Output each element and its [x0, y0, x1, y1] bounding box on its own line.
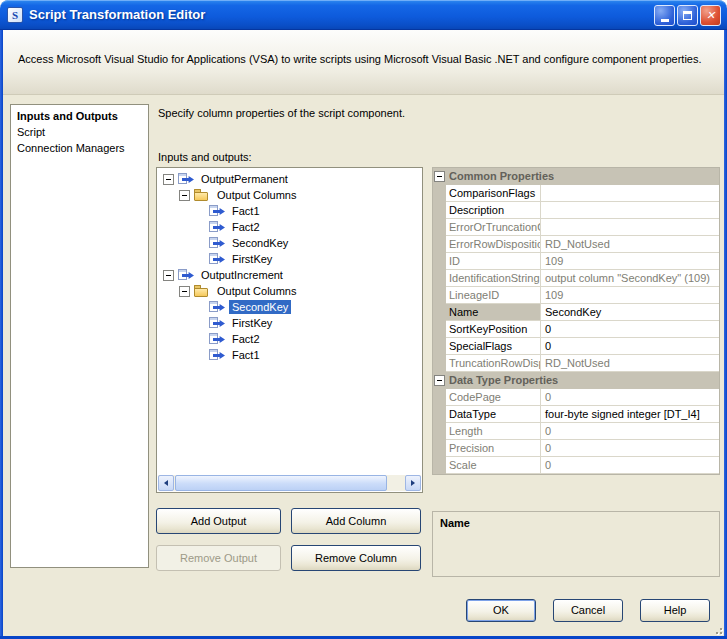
row-gutter: [433, 270, 446, 287]
collapse-icon[interactable]: [163, 270, 174, 281]
horizontal-scrollbar[interactable]: [158, 475, 421, 491]
property-row-description[interactable]: Description: [433, 202, 719, 219]
tree-item-output-columns[interactable]: Output Columns: [157, 283, 422, 299]
property-name: ComparisonFlags: [446, 185, 541, 202]
property-value[interactable]: 0: [541, 321, 719, 338]
tree-item-outputincrement[interactable]: OutputIncrement: [157, 267, 422, 283]
tree-item-fact1[interactable]: Fact1: [157, 203, 422, 219]
property-row-comparisonflags[interactable]: ComparisonFlags: [433, 185, 719, 202]
property-value[interactable]: output column "SecondKey" (109): [541, 270, 719, 287]
help-pane-title: Name: [440, 517, 712, 529]
tree-item-output-columns[interactable]: Output Columns: [157, 187, 422, 203]
minimize-icon: [661, 19, 669, 22]
cancel-button[interactable]: Cancel: [553, 599, 623, 622]
tree-item-firstkey[interactable]: FirstKey: [157, 251, 422, 267]
output-icon: [178, 172, 194, 186]
property-row-name-selected[interactable]: Name SecondKey: [433, 304, 719, 321]
row-gutter: [433, 287, 446, 304]
row-gutter: [433, 440, 446, 457]
tree-item-label: OutputPermanent: [198, 172, 291, 186]
tree-item-secondkey[interactable]: SecondKey: [157, 235, 422, 251]
property-value[interactable]: four-byte signed integer [DT_I4]: [541, 406, 719, 423]
property-row-identificationstring[interactable]: IdentificationString output column "Seco…: [433, 270, 719, 287]
remove-column-button[interactable]: Remove Column: [291, 545, 421, 571]
tree-item-label: Output Columns: [214, 188, 299, 202]
property-value[interactable]: 0: [541, 457, 719, 474]
inputs-outputs-tree[interactable]: OutputPermanent Output Columns Fact1 Fac…: [156, 167, 423, 493]
row-gutter: [433, 389, 446, 406]
property-value[interactable]: [541, 219, 719, 236]
tree-item-fact1[interactable]: Fact1: [157, 347, 422, 363]
row-gutter: [433, 236, 446, 253]
property-row-lineageid[interactable]: LineageID 109: [433, 287, 719, 304]
property-value[interactable]: RD_NotUsed: [541, 236, 719, 253]
tree-item-fact2[interactable]: Fact2: [157, 219, 422, 235]
property-help-pane: Name: [432, 511, 720, 577]
property-name: SortKeyPosition: [446, 321, 541, 338]
column-icon: [209, 236, 225, 250]
scroll-left-button[interactable]: [158, 475, 174, 491]
row-gutter: [433, 219, 446, 236]
row-gutter: [433, 202, 446, 219]
property-name: Description: [446, 202, 541, 219]
property-grid: Common Properties ComparisonFlags Descri…: [432, 167, 720, 475]
sidebar-item-script[interactable]: Script: [11, 124, 148, 140]
ok-button[interactable]: OK: [466, 599, 536, 622]
scroll-left-icon: [164, 480, 168, 486]
property-row-sortkeyposition[interactable]: SortKeyPosition 0: [433, 321, 719, 338]
property-row-errorortruncationoperation[interactable]: ErrorOrTruncationO: [433, 219, 719, 236]
row-gutter: [433, 185, 446, 202]
maximize-button[interactable]: [677, 5, 698, 26]
remove-output-button[interactable]: Remove Output: [156, 545, 281, 571]
help-button[interactable]: Help: [640, 599, 710, 622]
property-row-precision[interactable]: Precision 0: [433, 440, 719, 457]
collapse-icon[interactable]: [179, 286, 190, 297]
tree-item-firstkey[interactable]: FirstKey: [157, 315, 422, 331]
column-icon: [209, 332, 225, 346]
category-data-type-properties[interactable]: Data Type Properties: [433, 372, 719, 389]
sidebar-item-connection-managers[interactable]: Connection Managers: [11, 140, 148, 156]
property-value[interactable]: [541, 185, 719, 202]
minimize-button[interactable]: [654, 5, 675, 26]
property-row-codepage[interactable]: CodePage 0: [433, 389, 719, 406]
property-row-specialflags[interactable]: SpecialFlags 0: [433, 338, 719, 355]
property-row-datatype[interactable]: DataType four-byte signed integer [DT_I4…: [433, 406, 719, 423]
property-value[interactable]: RD_NotUsed: [541, 355, 719, 372]
property-row-scale[interactable]: Scale 0: [433, 457, 719, 474]
resize-grip[interactable]: [712, 624, 722, 634]
property-value[interactable]: [541, 202, 719, 219]
category-common-properties[interactable]: Common Properties: [433, 168, 719, 185]
property-row-id[interactable]: ID 109: [433, 253, 719, 270]
add-output-button[interactable]: Add Output: [156, 508, 281, 534]
add-column-button[interactable]: Add Column: [291, 508, 421, 534]
close-button[interactable]: ✕: [700, 5, 721, 26]
page-instruction: Specify column properties of the script …: [158, 107, 405, 119]
output-icon: [178, 268, 194, 282]
tree-item-label: OutputIncrement: [198, 268, 286, 282]
collapse-icon[interactable]: [163, 174, 174, 185]
property-value[interactable]: 0: [541, 389, 719, 406]
tree-item-secondkey-selected[interactable]: SecondKey: [157, 299, 422, 315]
title-bar[interactable]: S Script Transformation Editor ✕: [0, 0, 727, 30]
property-value[interactable]: 109: [541, 287, 719, 304]
tree-item-fact2[interactable]: Fact2: [157, 331, 422, 347]
property-value[interactable]: SecondKey: [541, 304, 719, 321]
collapse-icon[interactable]: [434, 171, 445, 182]
property-value[interactable]: 0: [541, 440, 719, 457]
property-row-truncationrowdisposition[interactable]: TruncationRowDisp RD_NotUsed: [433, 355, 719, 372]
tree-item-label: SecondKey: [229, 236, 291, 250]
property-value[interactable]: 109: [541, 253, 719, 270]
window-controls: ✕: [654, 5, 721, 26]
tree-item-label: SecondKey: [229, 300, 291, 314]
collapse-icon[interactable]: [179, 190, 190, 201]
property-row-length[interactable]: Length 0: [433, 423, 719, 440]
sidebar-item-inputs-and-outputs[interactable]: Inputs and Outputs: [11, 108, 148, 124]
property-value[interactable]: 0: [541, 338, 719, 355]
scrollbar-thumb[interactable]: [175, 475, 387, 491]
scroll-right-button[interactable]: [405, 475, 421, 491]
collapse-icon[interactable]: [434, 375, 445, 386]
property-row-errorrowdisposition[interactable]: ErrorRowDisposition RD_NotUsed: [433, 236, 719, 253]
property-name: DataType: [446, 406, 541, 423]
property-value[interactable]: 0: [541, 423, 719, 440]
tree-item-outputpermanent[interactable]: OutputPermanent: [157, 171, 422, 187]
